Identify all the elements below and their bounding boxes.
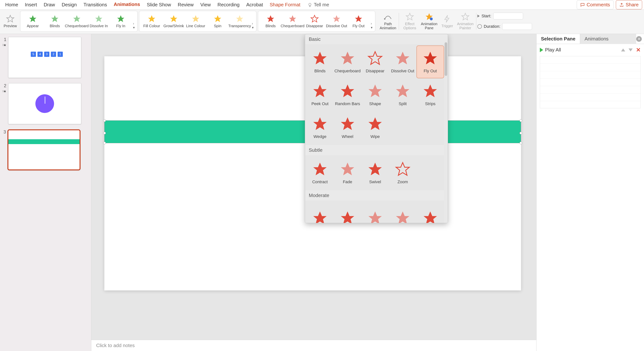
popup-item-swivel[interactable]: Swivel <box>361 156 389 189</box>
popup-item-moderate-1[interactable] <box>306 202 334 223</box>
start-input[interactable] <box>493 13 523 20</box>
emphasis-spin[interactable]: Spin <box>207 12 229 31</box>
share-button[interactable]: Share <box>616 0 642 9</box>
star-icon <box>354 14 363 23</box>
entrance-appear[interactable]: Appear <box>22 12 44 31</box>
svg-marker-42 <box>313 212 327 223</box>
emphasis-transparency[interactable]: Transparency <box>229 12 251 31</box>
popup-item-wipe[interactable]: Wipe <box>361 111 389 144</box>
popup-item-disappear[interactable]: Disappear <box>361 46 389 78</box>
tab-insert[interactable]: Insert <box>22 0 40 10</box>
entrance-dissolve-in[interactable]: Dissolve In <box>88 12 110 31</box>
popup-item-wheel[interactable]: Wheel <box>334 111 361 144</box>
emphasis-gallery-more[interactable]: ›▾ <box>251 12 255 31</box>
emphasis-grow-shrink[interactable]: Grow/Shrink <box>163 12 185 31</box>
pane-tab-selection[interactable]: Selection Pane <box>536 34 580 44</box>
move-down-icon[interactable] <box>628 48 633 52</box>
emphasis-line-colour[interactable]: Line Colour <box>185 12 207 31</box>
thumbnail-1[interactable]: 5 4 3 2 1 <box>8 37 81 78</box>
trigger-button[interactable]: Trigger <box>439 12 456 31</box>
tab-animations[interactable]: Animations <box>110 0 144 11</box>
tab-shape-format[interactable]: Shape Format <box>266 0 304 10</box>
popup-item-chequerboard[interactable]: Chequerboard <box>334 46 361 78</box>
popup-item-strips[interactable]: Strips <box>416 78 444 111</box>
popup-item-random-bars[interactable]: Random Bars <box>334 78 361 111</box>
tab-transitions[interactable]: Transitions <box>80 0 110 10</box>
popup-scrollbar[interactable] <box>444 42 448 223</box>
resize-handle[interactable] <box>103 132 106 134</box>
tab-slide-show[interactable]: Slide Show <box>144 0 174 10</box>
animation-painter-button[interactable]: Animation Painter <box>456 12 475 31</box>
svg-marker-6 <box>95 15 102 22</box>
emphasis-fill-colour[interactable]: Fill Colour <box>141 12 163 31</box>
star-icon <box>72 14 81 23</box>
play-all-label[interactable]: Play All <box>545 47 561 53</box>
thumbnail-2[interactable] <box>8 83 81 124</box>
entrance-blinds[interactable]: Blinds <box>44 12 66 31</box>
delete-animation-icon[interactable]: ✕ <box>636 46 641 53</box>
comments-button[interactable]: Comments <box>577 0 614 9</box>
popup-section-subtle: Subtle <box>305 145 448 155</box>
popup-item-dissolve-out[interactable]: Dissolve Out <box>389 46 416 78</box>
popup-item-blinds[interactable]: Blinds <box>306 46 334 78</box>
tell-me-search[interactable]: Tell me <box>308 2 329 8</box>
exit-blinds[interactable]: Blinds <box>260 12 282 31</box>
exit-fly-out[interactable]: Fly Out <box>348 12 370 31</box>
resize-handle[interactable] <box>103 142 106 144</box>
exit-dissolve-out[interactable]: Dissolve Out <box>326 12 348 31</box>
popup-item-moderate-2[interactable] <box>334 202 361 223</box>
svg-marker-13 <box>267 15 274 22</box>
star-icon <box>312 161 328 177</box>
preview-button[interactable]: Preview <box>2 11 19 32</box>
animation-pane-button[interactable]: Animation Pane <box>420 12 439 31</box>
resize-handle[interactable] <box>520 132 522 134</box>
tab-home[interactable]: Home <box>2 0 22 10</box>
svg-marker-38 <box>313 162 327 175</box>
exit-chequerboard[interactable]: Chequerboard <box>282 12 304 31</box>
popup-item-fly-out[interactable]: Fly Out <box>416 46 444 78</box>
svg-marker-9 <box>170 15 177 22</box>
popup-item-moderate-3[interactable] <box>361 202 389 223</box>
popup-item-peek-out[interactable]: Peek Out <box>306 78 334 111</box>
popup-item-label: Wipe <box>370 134 380 139</box>
tab-view[interactable]: View <box>197 0 214 10</box>
tab-review[interactable]: Review <box>174 0 197 10</box>
animation-indicator-icon <box>2 43 7 46</box>
emphasis-fill-colour-label: Fill Colour <box>143 24 160 28</box>
popup-section-moderate: Moderate <box>305 190 448 200</box>
pane-tab-animations[interactable]: Animations <box>580 34 636 44</box>
notes-pane[interactable]: Click to add notes <box>91 340 536 351</box>
tab-design[interactable]: Design <box>58 0 80 10</box>
popup-item-contract[interactable]: Contract <box>306 156 334 189</box>
entrance-gallery-more[interactable]: ›▾ <box>132 12 136 31</box>
entrance-fly-in[interactable]: Fly In <box>110 12 132 31</box>
popup-item-wedge[interactable]: Wedge <box>306 111 334 144</box>
popup-item-split[interactable]: Split <box>389 78 416 111</box>
svg-marker-8 <box>148 15 155 22</box>
star-icon <box>28 14 37 23</box>
tab-acrobat[interactable]: Acrobat <box>243 0 266 10</box>
thumbnail-3[interactable] <box>8 129 80 170</box>
popup-item-moderate-5[interactable] <box>416 202 444 223</box>
svg-marker-32 <box>368 84 382 97</box>
effect-options-button[interactable]: Effect Options <box>400 12 420 31</box>
resize-handle[interactable] <box>103 119 106 122</box>
share-label: Share <box>626 2 638 8</box>
svg-marker-39 <box>341 162 354 175</box>
popup-item-fade[interactable]: Fade <box>334 156 361 189</box>
entrance-chequerboard[interactable]: Chequerboard <box>66 12 88 31</box>
resize-handle[interactable] <box>520 119 522 122</box>
move-up-icon[interactable] <box>621 48 625 52</box>
tab-draw[interactable]: Draw <box>40 0 58 10</box>
popup-item-moderate-4[interactable] <box>389 202 416 223</box>
path-animation-button[interactable]: Path Animation <box>378 12 398 31</box>
tab-recording[interactable]: Recording <box>214 0 243 10</box>
animation-list[interactable] <box>540 56 641 108</box>
popup-item-zoom[interactable]: Zoom <box>389 156 416 189</box>
pane-close-button[interactable]: ✕ <box>636 36 642 42</box>
exit-disappear[interactable]: Disappear <box>304 12 326 31</box>
resize-handle[interactable] <box>520 142 522 144</box>
duration-input[interactable] <box>502 23 532 30</box>
exit-gallery-more[interactable]: ›▾ <box>370 12 374 31</box>
popup-item-shape[interactable]: Shape <box>361 78 389 111</box>
